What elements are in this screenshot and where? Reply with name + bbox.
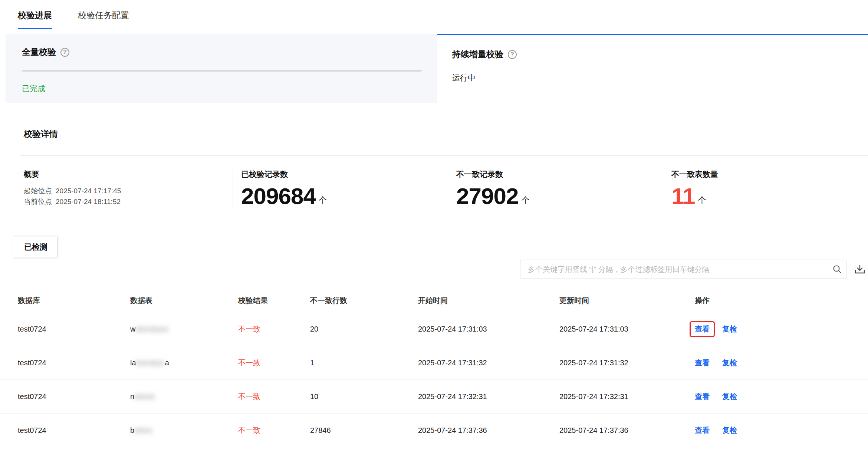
cell-actions: 查看 复检	[695, 358, 868, 368]
recheck-link[interactable]: 复检	[722, 358, 737, 368]
stat-inconsistent-tables: 不一致表数量 11 个	[663, 169, 868, 208]
view-link[interactable]: 查看	[695, 426, 710, 434]
cell-inconsistent-rows: 10	[310, 392, 418, 401]
recheck-link[interactable]: 复检	[722, 392, 737, 402]
start-position-value: 2025-07-24 17:17:45	[56, 185, 121, 196]
cell-database: test0724	[18, 392, 130, 401]
cell-database: test0724	[18, 426, 130, 435]
cell-update-time: 2025-07-24 17:31:32	[559, 359, 695, 367]
table-name-redacted: mnrstuv	[136, 359, 165, 367]
table-name-prefix: n	[130, 392, 134, 401]
view-link[interactable]: 查看	[695, 325, 710, 333]
cell-result: 不一致	[238, 425, 310, 435]
stat-label: 不一致记录数	[456, 169, 663, 180]
cell-result: 不一致	[238, 324, 310, 334]
incremental-check-status: 运行中	[452, 73, 868, 83]
cell-update-time: 2025-07-24 17:37:36	[559, 426, 695, 435]
stat-value: 27902	[456, 185, 518, 208]
stat-label: 不一致表数量	[671, 169, 868, 180]
incremental-check-panel[interactable]: 持续增量校验 ? 运行中	[437, 34, 868, 103]
col-table: 数据表	[130, 296, 238, 306]
stats-row: 概要 起始位点 2025-07-24 17:17:45 当前位点 2025-07…	[0, 156, 868, 219]
cell-start-time: 2025-07-24 17:37:36	[418, 426, 559, 435]
table-header: 数据库 数据表 校验结果 不一致行数 开始时间 更新时间 操作	[0, 289, 868, 312]
table-name-redacted: mnrst	[134, 392, 155, 401]
full-check-status: 已完成	[22, 83, 421, 94]
cell-actions: 查看 复检	[695, 324, 868, 334]
cell-actions: 查看 复检	[695, 392, 868, 402]
status-panels: 全量校验 ? 已完成 持续增量校验 ? 运行中	[0, 34, 868, 103]
col-update-time: 更新时间	[559, 296, 695, 306]
start-position-label: 起始位点	[24, 185, 52, 196]
col-database: 数据库	[18, 296, 130, 306]
cell-update-time: 2025-07-24 17:32:31	[559, 392, 695, 401]
cell-table-name: nmnrst	[130, 392, 238, 401]
search-row	[0, 260, 868, 279]
table-name-redacted: mnrstuvx	[135, 325, 168, 333]
view-link[interactable]: 查看	[695, 392, 710, 401]
full-check-panel[interactable]: 全量校验 ? 已完成	[6, 34, 437, 103]
stat-checked-records: 已校验记录数 209684 个	[233, 169, 448, 208]
table-name-prefix: w	[130, 325, 135, 333]
col-start-time: 开始时间	[418, 296, 559, 306]
table-row: test0724 nmnrst 不一致 10 2025-07-24 17:32:…	[0, 380, 868, 414]
view-link[interactable]: 查看	[695, 359, 710, 367]
start-position-line: 起始位点 2025-07-24 17:17:45	[24, 185, 233, 196]
view-wrap: 查看	[690, 389, 715, 405]
col-inconsistent-rows: 不一致行数	[310, 296, 418, 306]
cell-inconsistent-rows: 1	[310, 359, 418, 367]
cell-database: test0724	[18, 359, 130, 367]
summary-label: 概要	[24, 169, 233, 180]
table-row: test0724 bmnrs 不一致 27846 2025-07-24 17:3…	[0, 414, 868, 447]
cell-table-name: wmnrstuvx	[130, 325, 238, 333]
incremental-check-title: 持续增量校验	[452, 49, 503, 60]
view-wrap: 查看	[690, 355, 715, 371]
table-name-redacted: mnrs	[134, 426, 152, 434]
full-check-title: 全量校验	[22, 46, 56, 58]
cell-table-name: bmnrs	[130, 426, 238, 435]
table-name-prefix: la	[130, 359, 136, 367]
stat-unit: 个	[319, 195, 327, 208]
stat-value: 11	[671, 185, 695, 208]
tab-bar: 校验进展 校验任务配置	[0, 0, 868, 29]
table-row: test0724 lamnrstuva 不一致 1 2025-07-24 17:…	[0, 346, 868, 380]
cell-table-name: lamnrstuva	[130, 359, 238, 367]
view-wrap: 查看	[690, 422, 715, 438]
cell-inconsistent-rows: 27846	[310, 426, 418, 435]
cell-inconsistent-rows: 20	[310, 325, 418, 333]
stat-unit: 个	[521, 195, 529, 208]
stat-label: 已校验记录数	[241, 169, 448, 180]
cell-database: test0724	[18, 325, 130, 333]
summary-block: 概要 起始位点 2025-07-24 17:17:45 当前位点 2025-07…	[0, 169, 233, 208]
tab-validation-progress[interactable]: 校验进展	[18, 10, 52, 29]
help-icon[interactable]: ?	[60, 48, 69, 57]
recheck-link[interactable]: 复检	[722, 324, 737, 334]
view-highlight-box: 查看	[690, 321, 715, 337]
recheck-link[interactable]: 复检	[722, 425, 737, 435]
search-input[interactable]	[520, 265, 828, 274]
download-icon[interactable]	[853, 262, 867, 277]
stat-value: 209684	[241, 185, 316, 208]
current-position-value: 2025-07-24 18:11:52	[56, 196, 121, 207]
detected-filter-button[interactable]: 已检测	[14, 237, 58, 257]
table-row: test0724 wmnrstuvx 不一致 20 2025-07-24 17:…	[0, 312, 868, 346]
stat-unit: 个	[698, 195, 706, 208]
table-name-prefix: b	[130, 426, 134, 434]
current-position-line: 当前位点 2025-07-24 18:11:52	[24, 196, 233, 207]
cell-start-time: 2025-07-24 17:32:31	[418, 392, 559, 401]
detail-section-title: 校验详情	[0, 112, 868, 155]
tab-task-config[interactable]: 校验任务配置	[78, 10, 129, 29]
cell-update-time: 2025-07-24 17:31:03	[559, 325, 695, 333]
search-icon[interactable]	[828, 260, 846, 278]
cell-actions: 查看 复检	[695, 425, 868, 435]
cell-result: 不一致	[238, 358, 310, 368]
current-position-label: 当前位点	[24, 196, 52, 207]
cell-start-time: 2025-07-24 17:31:32	[418, 359, 559, 367]
cell-result: 不一致	[238, 392, 310, 402]
table-name-suffix: a	[165, 359, 169, 367]
help-icon[interactable]: ?	[508, 50, 517, 59]
progress-fill	[22, 70, 422, 72]
search-box	[520, 260, 846, 279]
stat-inconsistent-records: 不一致记录数 27902 个	[448, 169, 663, 208]
col-result: 校验结果	[238, 296, 310, 306]
